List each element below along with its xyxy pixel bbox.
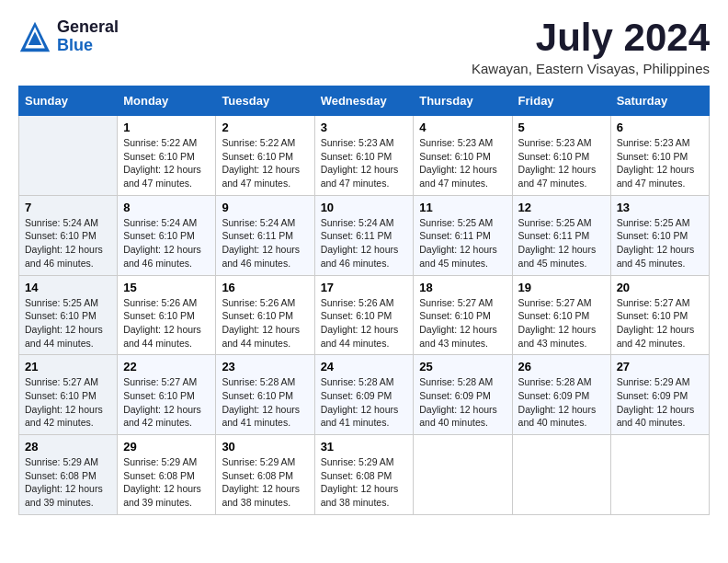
calendar-cell: 29Sunrise: 5:29 AMSunset: 6:08 PMDayligh… bbox=[118, 435, 216, 515]
day-info: Sunrise: 5:29 AMSunset: 6:09 PMDaylight:… bbox=[617, 375, 703, 430]
day-number: 6 bbox=[617, 121, 703, 134]
calendar-cell: 19Sunrise: 5:27 AMSunset: 6:10 PMDayligh… bbox=[512, 275, 610, 355]
day-info: Sunrise: 5:24 AMSunset: 6:10 PMDaylight:… bbox=[123, 216, 210, 270]
day-number: 21 bbox=[25, 360, 111, 373]
calendar-cell: 24Sunrise: 5:28 AMSunset: 6:09 PMDayligh… bbox=[314, 355, 414, 435]
day-number: 25 bbox=[419, 360, 506, 373]
calendar-cell: 5Sunrise: 5:23 AMSunset: 6:10 PMDaylight… bbox=[512, 116, 610, 196]
day-number: 27 bbox=[617, 360, 703, 373]
day-number: 22 bbox=[123, 360, 210, 373]
day-number: 31 bbox=[321, 440, 408, 454]
calendar-cell: 21Sunrise: 5:27 AMSunset: 6:10 PMDayligh… bbox=[19, 355, 118, 435]
day-info: Sunrise: 5:23 AMSunset: 6:10 PMDaylight:… bbox=[518, 136, 605, 190]
calendar-cell: 2Sunrise: 5:22 AMSunset: 6:10 PMDaylight… bbox=[216, 116, 314, 196]
calendar-cell: 27Sunrise: 5:29 AMSunset: 6:09 PMDayligh… bbox=[610, 355, 709, 435]
calendar-cell: 12Sunrise: 5:25 AMSunset: 6:11 PMDayligh… bbox=[512, 195, 610, 275]
col-tuesday: Tuesday bbox=[216, 86, 314, 116]
calendar-cell: 31Sunrise: 5:29 AMSunset: 6:08 PMDayligh… bbox=[314, 435, 414, 515]
col-monday: Monday bbox=[118, 86, 216, 116]
calendar-cell: 16Sunrise: 5:26 AMSunset: 6:10 PMDayligh… bbox=[216, 275, 314, 355]
day-number: 2 bbox=[222, 121, 308, 134]
day-info: Sunrise: 5:27 AMSunset: 6:10 PMDaylight:… bbox=[123, 375, 210, 430]
day-info: Sunrise: 5:23 AMSunset: 6:10 PMDaylight:… bbox=[321, 136, 408, 190]
day-number: 20 bbox=[617, 281, 703, 294]
day-number: 26 bbox=[518, 360, 605, 373]
day-info: Sunrise: 5:25 AMSunset: 6:10 PMDaylight:… bbox=[25, 296, 111, 350]
calendar-cell: 14Sunrise: 5:25 AMSunset: 6:10 PMDayligh… bbox=[19, 275, 118, 355]
calendar-cell: 25Sunrise: 5:28 AMSunset: 6:09 PMDayligh… bbox=[414, 355, 512, 435]
day-number: 7 bbox=[25, 201, 111, 214]
day-number: 29 bbox=[123, 440, 210, 454]
calendar-cell: 30Sunrise: 5:29 AMSunset: 6:08 PMDayligh… bbox=[216, 435, 314, 515]
calendar-cell: 4Sunrise: 5:23 AMSunset: 6:10 PMDaylight… bbox=[414, 116, 512, 196]
page-title: July 2024 bbox=[472, 18, 710, 57]
calendar-cell: 7Sunrise: 5:24 AMSunset: 6:10 PMDaylight… bbox=[19, 195, 118, 275]
day-info: Sunrise: 5:28 AMSunset: 6:09 PMDaylight:… bbox=[419, 375, 506, 430]
calendar-cell: 3Sunrise: 5:23 AMSunset: 6:10 PMDaylight… bbox=[314, 116, 414, 196]
col-friday: Friday bbox=[512, 86, 610, 116]
calendar-week-0: 1Sunrise: 5:22 AMSunset: 6:10 PMDaylight… bbox=[19, 116, 710, 196]
day-info: Sunrise: 5:29 AMSunset: 6:08 PMDaylight:… bbox=[123, 455, 210, 510]
day-info: Sunrise: 5:29 AMSunset: 6:08 PMDaylight:… bbox=[25, 455, 111, 510]
day-number: 17 bbox=[321, 281, 408, 294]
calendar-cell bbox=[19, 116, 118, 196]
col-wednesday: Wednesday bbox=[314, 86, 414, 116]
day-number: 24 bbox=[321, 360, 408, 373]
day-number: 13 bbox=[617, 201, 703, 214]
day-number: 5 bbox=[518, 121, 605, 134]
day-info: Sunrise: 5:22 AMSunset: 6:10 PMDaylight:… bbox=[222, 136, 308, 190]
day-number: 19 bbox=[518, 281, 605, 294]
day-number: 3 bbox=[321, 121, 408, 134]
logo: General Blue bbox=[18, 18, 119, 55]
day-info: Sunrise: 5:29 AMSunset: 6:08 PMDaylight:… bbox=[321, 455, 408, 510]
day-number: 1 bbox=[123, 121, 210, 134]
calendar-table: Sunday Monday Tuesday Wednesday Thursday… bbox=[18, 86, 710, 515]
calendar-cell bbox=[610, 435, 709, 515]
day-number: 4 bbox=[419, 121, 506, 134]
day-info: Sunrise: 5:24 AMSunset: 6:10 PMDaylight:… bbox=[25, 216, 111, 270]
day-info: Sunrise: 5:25 AMSunset: 6:11 PMDaylight:… bbox=[518, 216, 605, 270]
day-number: 8 bbox=[123, 201, 210, 214]
logo-blue-text: Blue bbox=[57, 37, 119, 55]
day-info: Sunrise: 5:24 AMSunset: 6:11 PMDaylight:… bbox=[321, 216, 408, 270]
col-thursday: Thursday bbox=[414, 86, 512, 116]
calendar-cell: 17Sunrise: 5:26 AMSunset: 6:10 PMDayligh… bbox=[314, 275, 414, 355]
day-info: Sunrise: 5:22 AMSunset: 6:10 PMDaylight:… bbox=[123, 136, 210, 190]
day-info: Sunrise: 5:23 AMSunset: 6:10 PMDaylight:… bbox=[617, 136, 703, 190]
day-number: 14 bbox=[25, 281, 111, 294]
calendar-cell: 9Sunrise: 5:24 AMSunset: 6:11 PMDaylight… bbox=[216, 195, 314, 275]
day-number: 10 bbox=[321, 201, 408, 214]
calendar-week-3: 21Sunrise: 5:27 AMSunset: 6:10 PMDayligh… bbox=[19, 355, 710, 435]
logo-icon bbox=[18, 20, 51, 53]
calendar-cell bbox=[414, 435, 512, 515]
day-number: 11 bbox=[419, 201, 506, 214]
day-info: Sunrise: 5:27 AMSunset: 6:10 PMDaylight:… bbox=[518, 296, 605, 350]
day-info: Sunrise: 5:26 AMSunset: 6:10 PMDaylight:… bbox=[321, 296, 408, 350]
day-info: Sunrise: 5:26 AMSunset: 6:10 PMDaylight:… bbox=[222, 296, 308, 350]
calendar-cell: 23Sunrise: 5:28 AMSunset: 6:10 PMDayligh… bbox=[216, 355, 314, 435]
day-info: Sunrise: 5:28 AMSunset: 6:10 PMDaylight:… bbox=[222, 375, 308, 430]
day-info: Sunrise: 5:24 AMSunset: 6:11 PMDaylight:… bbox=[222, 216, 308, 270]
day-number: 30 bbox=[222, 440, 308, 454]
day-info: Sunrise: 5:29 AMSunset: 6:08 PMDaylight:… bbox=[222, 455, 308, 510]
calendar-cell: 20Sunrise: 5:27 AMSunset: 6:10 PMDayligh… bbox=[610, 275, 709, 355]
col-saturday: Saturday bbox=[610, 86, 709, 116]
col-sunday: Sunday bbox=[19, 86, 118, 116]
day-info: Sunrise: 5:28 AMSunset: 6:09 PMDaylight:… bbox=[518, 375, 605, 430]
calendar-header: Sunday Monday Tuesday Wednesday Thursday… bbox=[19, 86, 710, 116]
day-info: Sunrise: 5:27 AMSunset: 6:10 PMDaylight:… bbox=[419, 296, 506, 350]
day-number: 15 bbox=[123, 281, 210, 294]
logo-text: General Blue bbox=[57, 18, 119, 55]
day-info: Sunrise: 5:27 AMSunset: 6:10 PMDaylight:… bbox=[617, 296, 703, 350]
calendar-week-4: 28Sunrise: 5:29 AMSunset: 6:08 PMDayligh… bbox=[19, 435, 710, 515]
calendar-week-2: 14Sunrise: 5:25 AMSunset: 6:10 PMDayligh… bbox=[19, 275, 710, 355]
day-number: 9 bbox=[222, 201, 308, 214]
header-row: Sunday Monday Tuesday Wednesday Thursday… bbox=[19, 86, 710, 116]
day-info: Sunrise: 5:25 AMSunset: 6:10 PMDaylight:… bbox=[617, 216, 703, 270]
calendar-cell: 18Sunrise: 5:27 AMSunset: 6:10 PMDayligh… bbox=[414, 275, 512, 355]
calendar-cell: 1Sunrise: 5:22 AMSunset: 6:10 PMDaylight… bbox=[118, 116, 216, 196]
calendar-week-1: 7Sunrise: 5:24 AMSunset: 6:10 PMDaylight… bbox=[19, 195, 710, 275]
page-subtitle: Kawayan, Eastern Visayas, Philippines bbox=[472, 61, 710, 76]
calendar-cell: 13Sunrise: 5:25 AMSunset: 6:10 PMDayligh… bbox=[610, 195, 709, 275]
day-info: Sunrise: 5:25 AMSunset: 6:11 PMDaylight:… bbox=[419, 216, 506, 270]
